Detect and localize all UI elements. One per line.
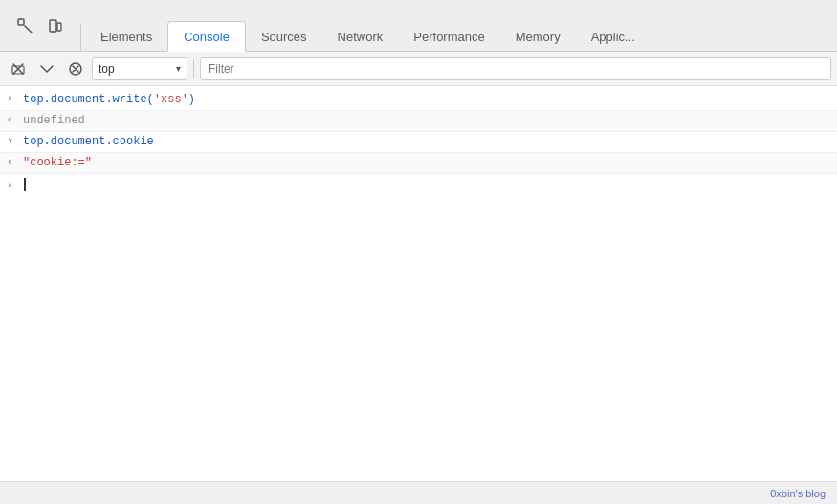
svg-rect-2 [57,23,61,31]
context-dropdown-arrow: ▾ [176,63,181,74]
active-input-gutter: › [0,178,19,191]
inspect-element-icon[interactable] [11,12,38,39]
input-gutter-1: › [0,91,19,104]
clear-console-button[interactable] [6,56,31,81]
console-output-2: ‹ "cookie:=" [0,153,837,174]
tab-bar: Elements Console Sources Network Perform… [0,0,837,52]
tab-console[interactable]: Console [167,21,246,52]
console-active-input[interactable]: › [0,174,837,195]
console-output[interactable]: › top.document.write('xss') ‹ undefined … [0,86,837,481]
footer: 0xbin's blog [0,481,837,504]
svg-rect-1 [50,20,56,32]
device-mode-icon[interactable] [42,12,69,39]
output-gutter-1: ‹ [0,112,19,125]
filter-input[interactable] [200,57,831,80]
show-drawer-button[interactable] [34,56,59,81]
text-cursor [24,178,26,191]
console-input-1: › top.document.write('xss') [0,90,837,111]
svg-rect-0 [18,19,24,25]
tab-sources[interactable]: Sources [246,21,322,52]
tab-performance[interactable]: Performance [398,21,499,52]
toolbar-divider [193,59,194,78]
console-input-2: › top.document.cookie [0,132,837,153]
context-selector[interactable]: top ▾ [92,57,187,80]
tab-network[interactable]: Network [322,21,399,52]
console-output-content-2: "cookie:=" [19,154,837,171]
console-input-content-1: top.document.write('xss') [19,91,837,108]
no-filter-button[interactable] [63,56,88,81]
devtools-icons [4,0,77,51]
tab-elements[interactable]: Elements [85,21,167,52]
console-toolbar: top ▾ [0,52,837,86]
console-output-1: ‹ undefined [0,111,837,132]
input-gutter-2: › [0,133,19,146]
console-input-content-2: top.document.cookie [19,133,837,150]
blog-link[interactable]: 0xbin's blog [770,488,826,499]
output-gutter-2: ‹ [0,154,19,167]
tab-application[interactable]: Applic... [576,21,650,52]
tab-memory[interactable]: Memory [500,21,576,52]
console-output-content-1: undefined [19,112,837,129]
tab-icon-divider [80,24,81,51]
active-input-area[interactable] [19,176,837,193]
